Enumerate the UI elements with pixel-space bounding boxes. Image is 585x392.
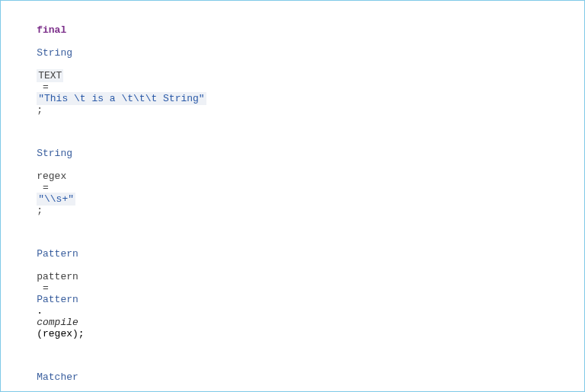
semi: ; <box>37 104 43 116</box>
code-line-3: Pattern pattern = Pattern . compile (reg… <box>13 237 572 351</box>
diagram-frame: final String TEXT = "This \t is a \t\t\t… <box>0 0 585 392</box>
code-line-2: String regex = "\\s+" ; <box>13 136 572 228</box>
string-literal-text: "This \t is a \t\t\t String" <box>37 92 206 105</box>
var-pattern: pattern <box>37 271 78 282</box>
var-regex: regex <box>37 171 66 182</box>
const-text: TEXT <box>37 69 63 82</box>
type-pattern: Pattern <box>37 248 78 260</box>
type-matcher: Matcher <box>37 371 78 383</box>
type-string: String <box>37 47 72 59</box>
keyword-final: final <box>37 24 66 36</box>
string-literal-regex: "\\s+" <box>37 193 75 206</box>
method-compile: compile <box>37 317 78 328</box>
type-string: String <box>37 148 72 159</box>
code-line-1: final String TEXT = "This \t is a \t\t\t… <box>13 13 572 127</box>
code-line-4: Matcher matcher = pattern . matcher (TEX… <box>13 360 572 392</box>
eq: = <box>37 81 54 93</box>
